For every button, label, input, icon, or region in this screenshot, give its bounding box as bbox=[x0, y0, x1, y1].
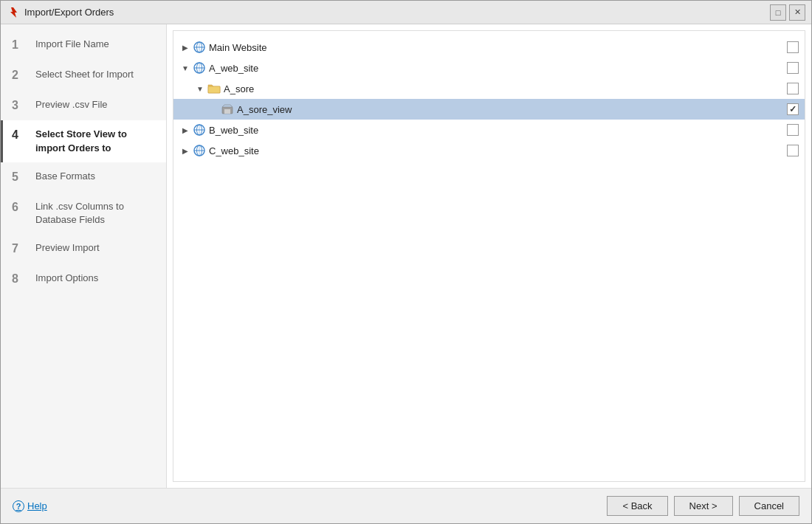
minimize-button[interactable]: □ bbox=[770, 4, 786, 21]
titlebar: Import/Export Orders □ ✕ bbox=[1, 1, 811, 24]
tree-row-a-sore-view[interactable]: A_sore_view bbox=[173, 99, 805, 120]
help-icon: ? bbox=[13, 500, 24, 512]
tree-node-label: Main Website bbox=[209, 42, 787, 53]
step-number: 3 bbox=[12, 98, 30, 114]
tree-toggle[interactable]: ▼ bbox=[194, 83, 206, 94]
globe-icon bbox=[193, 144, 206, 157]
sidebar-item-import-options[interactable]: 8 Import Options bbox=[1, 264, 166, 294]
cancel-button[interactable]: Cancel bbox=[739, 496, 799, 516]
tree-node-label: A_sore_view bbox=[237, 104, 787, 115]
svg-rect-11 bbox=[224, 109, 230, 114]
sidebar-item-select-sheet[interactable]: 2 Select Sheet for Import bbox=[1, 61, 166, 91]
store-icon bbox=[221, 103, 234, 116]
svg-marker-0 bbox=[10, 7, 17, 18]
footer: ? Help < Back Next > Cancel bbox=[1, 488, 811, 523]
window-controls: □ ✕ bbox=[770, 4, 805, 21]
tree-toggle[interactable]: ▶ bbox=[179, 124, 191, 136]
svg-rect-9 bbox=[208, 86, 220, 93]
help-label: Help bbox=[27, 500, 47, 511]
back-button[interactable]: < Back bbox=[607, 496, 667, 516]
sidebar-item-preview-csv[interactable]: 3 Preview .csv File bbox=[1, 91, 166, 121]
content-area: 1 Import File Name 2 Select Sheet for Im… bbox=[1, 24, 811, 488]
sidebar-item-select-store-view[interactable]: 4 Select Store View to import Orders to bbox=[1, 120, 166, 162]
tree-checkbox[interactable] bbox=[787, 41, 799, 53]
step-number: 5 bbox=[12, 170, 30, 185]
sidebar-item-label: Link .csv Columns to Database Fields bbox=[35, 200, 157, 227]
tree-row-c-web-site[interactable]: ▶ C_web_site bbox=[173, 140, 805, 161]
next-button[interactable]: Next > bbox=[674, 496, 733, 516]
tree-toggle[interactable]: ▼ bbox=[179, 62, 191, 74]
tree-row-a-web-site[interactable]: ▼ A_web_site bbox=[173, 58, 805, 78]
tree-toggle[interactable]: ▶ bbox=[179, 41, 191, 53]
sidebar-item-label: Preview .csv File bbox=[35, 98, 108, 111]
step-number: 7 bbox=[12, 241, 30, 257]
sidebar-item-preview-import[interactable]: 7 Preview Import bbox=[1, 234, 166, 264]
window-title: Import/Export Orders bbox=[24, 7, 770, 18]
sidebar-item-import-file-name[interactable]: 1 Import File Name bbox=[1, 30, 166, 61]
tree-checkbox[interactable] bbox=[787, 124, 799, 136]
sidebar: 1 Import File Name 2 Select Sheet for Im… bbox=[1, 24, 167, 488]
sidebar-item-link-columns[interactable]: 6 Link .csv Columns to Database Fields bbox=[1, 193, 166, 234]
sidebar-item-label: Select Store View to import Orders to bbox=[35, 128, 157, 154]
sidebar-item-label: Base Formats bbox=[35, 170, 95, 183]
globe-icon bbox=[193, 123, 206, 137]
app-icon bbox=[7, 6, 20, 19]
step-number: 1 bbox=[12, 38, 30, 53]
step-number: 4 bbox=[12, 128, 30, 143]
main-panel: ▶ Main Website▼ A_web_site▼ A_sore A_sor… bbox=[167, 24, 811, 488]
tree-node-label: A_web_site bbox=[209, 63, 787, 74]
main-window: Import/Export Orders □ ✕ 1 Import File N… bbox=[0, 0, 812, 524]
tree-checkbox[interactable] bbox=[787, 145, 799, 156]
sidebar-item-label: Select Sheet for Import bbox=[35, 68, 134, 81]
folder-icon bbox=[207, 82, 221, 95]
globe-icon bbox=[193, 41, 206, 54]
store-tree[interactable]: ▶ Main Website▼ A_web_site▼ A_sore A_sor… bbox=[173, 30, 805, 482]
sidebar-item-label: Import Options bbox=[35, 272, 98, 285]
globe-icon bbox=[193, 61, 206, 75]
tree-row-a-sore[interactable]: ▼ A_sore bbox=[173, 78, 805, 99]
tree-checkbox[interactable] bbox=[787, 103, 799, 115]
tree-row-main-website[interactable]: ▶ Main Website bbox=[173, 37, 805, 58]
tree-checkbox[interactable] bbox=[787, 62, 799, 74]
tree-node-label: B_web_site bbox=[209, 125, 787, 136]
tree-node-label: A_sore bbox=[224, 83, 787, 94]
step-number: 6 bbox=[12, 200, 30, 216]
tree-checkbox[interactable] bbox=[787, 83, 799, 94]
sidebar-item-base-formats[interactable]: 5 Base Formats bbox=[1, 162, 166, 193]
step-number: 8 bbox=[12, 272, 30, 287]
tree-row-b-web-site[interactable]: ▶ B_web_site bbox=[173, 120, 805, 140]
close-button[interactable]: ✕ bbox=[789, 4, 805, 21]
tree-node-label: C_web_site bbox=[209, 145, 787, 156]
sidebar-item-label: Import File Name bbox=[35, 38, 109, 51]
step-number: 2 bbox=[12, 68, 30, 83]
sidebar-item-label: Preview Import bbox=[35, 241, 100, 255]
tree-toggle[interactable]: ▶ bbox=[179, 145, 191, 156]
help-link[interactable]: ? Help bbox=[13, 500, 47, 512]
